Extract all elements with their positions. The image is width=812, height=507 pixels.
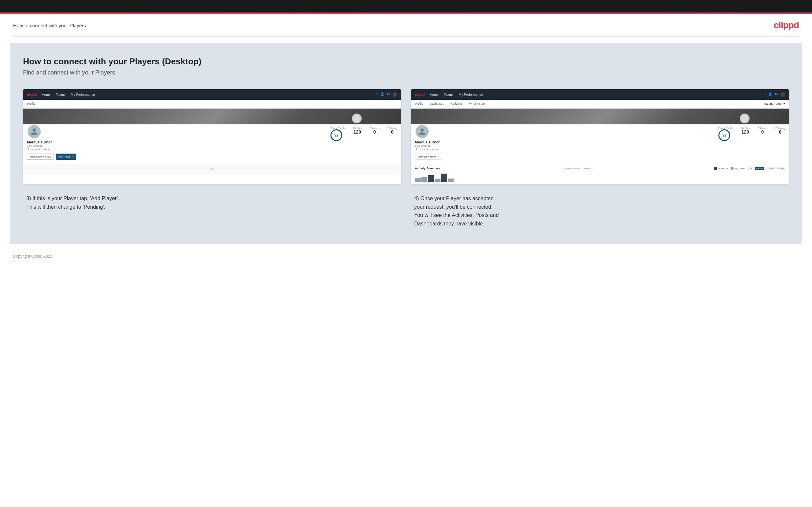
player-stats-2: Player Quality 92 Activities 129 Followe… bbox=[718, 127, 785, 141]
page-header: How to connect with your Players clippd bbox=[0, 14, 812, 37]
footer-copyright: Copyright Clippd 2022 bbox=[13, 254, 52, 259]
activity-filters: 1 yr 6 mths 3 mths 1 mth bbox=[747, 167, 785, 170]
legend-dot-oncourse bbox=[714, 167, 717, 170]
description-text-right: 4) Once your Player has accepted your re… bbox=[414, 194, 786, 228]
following-stat-2: Following 0 bbox=[775, 127, 785, 134]
request-follow-button[interactable]: Request to Follow bbox=[27, 154, 54, 160]
user-icon-2: 👤 bbox=[768, 92, 772, 97]
mock-navbar-2: clippd Home Teams My Performance ⌕ 👤 ⚙ bbox=[411, 89, 789, 100]
filter-1yr[interactable]: 1 yr bbox=[747, 167, 754, 170]
legend-offcourse: Off course bbox=[731, 167, 745, 170]
mock-nav-home-1: Home bbox=[42, 93, 51, 97]
search-icon-1: ⌕ bbox=[376, 92, 378, 97]
followers-stat-2: Followers 0 bbox=[757, 127, 767, 134]
user-icon-1: 👤 bbox=[380, 92, 384, 97]
player-quality-stat-2: Player Quality 92 bbox=[718, 127, 733, 141]
player-avatar-1 bbox=[27, 124, 41, 139]
avatar-icon-2 bbox=[418, 128, 426, 135]
scissors-area: ✂ bbox=[23, 164, 401, 174]
mock-nav-home-2: Home bbox=[429, 93, 439, 97]
player-location-1: 📍 United Kingdom bbox=[27, 148, 397, 151]
activity-summary: Activity Summary Monthly Activity - 6 Mo… bbox=[411, 164, 789, 184]
mock-tabs-1: Profile bbox=[23, 100, 401, 109]
chart-bar-2 bbox=[421, 177, 427, 182]
mock-tab-activities-2[interactable]: Activities bbox=[451, 100, 463, 108]
screenshot-1: clippd Home Teams My Performance ⌕ 👤 ⚙ P… bbox=[23, 89, 401, 184]
screenshot-2: clippd Home Teams My Performance ⌕ 👤 ⚙ P… bbox=[411, 89, 789, 184]
page-header-title: How to connect with your Players bbox=[13, 23, 86, 28]
legend-dot-offcourse bbox=[731, 167, 733, 170]
footer: Copyright Clippd 2022 bbox=[0, 251, 812, 262]
top-bar bbox=[0, 0, 812, 12]
quality-circle-1: 92 bbox=[331, 129, 342, 141]
main-title: How to connect with your Players (Deskto… bbox=[23, 56, 789, 67]
mock-tabs-2: Profile Dashboard Activities What To On … bbox=[411, 100, 789, 109]
screenshots-row: clippd Home Teams My Performance ⌕ 👤 ⚙ P… bbox=[23, 89, 789, 184]
player-buttons-2: Remove Player ✕ bbox=[415, 154, 785, 160]
mock-tab-profile-2[interactable]: Profile bbox=[415, 100, 423, 108]
mock-nav-teams-2: Teams bbox=[444, 93, 453, 97]
player-handicap-2: 1-5 Handicap bbox=[415, 144, 785, 148]
settings-icon-1: ⚙ bbox=[387, 92, 390, 97]
followers-stat-1: Followers 0 bbox=[369, 127, 379, 134]
description-text-left: 3) If this is your Player tap, 'Add Play… bbox=[26, 194, 398, 211]
description-left: 3) If this is your Player tap, 'Add Play… bbox=[23, 194, 401, 228]
chart-bar-1 bbox=[415, 178, 421, 182]
filter-3mths[interactable]: 3 mths bbox=[766, 167, 775, 170]
mock-tab-profile-1[interactable]: Profile bbox=[27, 100, 36, 108]
player-buttons-1: Request to Follow Add Player + bbox=[27, 154, 397, 160]
mock-nav-teams-1: Teams bbox=[56, 93, 65, 97]
player-handicap-1: 1-5 Handicap bbox=[27, 144, 397, 148]
player-stats-1: Player Quality 92 Activities 129 Followe… bbox=[331, 127, 397, 141]
mock-logo-2: clippd bbox=[415, 93, 424, 97]
mock-profile-2: Marcus Turner 1-5 Handicap 📍 United King… bbox=[411, 124, 789, 164]
avatar-icon-1 bbox=[30, 128, 38, 135]
player-quality-stat-1: Player Quality 92 bbox=[331, 127, 345, 141]
chart-bar-5 bbox=[441, 174, 447, 182]
filter-1mth[interactable]: 1 mth bbox=[776, 167, 785, 170]
player-avatar-2 bbox=[415, 124, 429, 139]
activities-stat-1: Activities 129 bbox=[353, 127, 362, 134]
mock-tab-dashboard-2[interactable]: Dashboard bbox=[430, 100, 445, 108]
location-icon-1: 📍 bbox=[27, 148, 30, 151]
activity-period: Monthly Activity - 6 Months bbox=[561, 167, 593, 170]
player-location-2: 📍 United Kingdom bbox=[415, 148, 785, 151]
mock-tab-whattoon-2[interactable]: What To On bbox=[469, 100, 485, 108]
clippd-logo: clippd bbox=[774, 20, 799, 31]
following-stat-1: Following 0 bbox=[387, 127, 397, 134]
add-player-button[interactable]: Add Player + bbox=[56, 154, 76, 160]
main-subtitle: Find and connect with your Players bbox=[23, 69, 789, 76]
settings-icon-2: ⚙ bbox=[775, 92, 778, 97]
mock-nav-performance-1: My Performance bbox=[71, 93, 95, 97]
header-divider bbox=[13, 37, 799, 37]
legend-oncourse: On course bbox=[714, 167, 728, 170]
activity-chart bbox=[415, 172, 785, 182]
chart-bar-4 bbox=[435, 179, 441, 182]
location-icon-2: 📍 bbox=[415, 148, 418, 151]
mock-nav-performance-2: My Performance bbox=[459, 93, 483, 97]
mock-navbar-1: clippd Home Teams My Performance ⌕ 👤 ⚙ bbox=[23, 89, 401, 100]
mock-nav-icons-1: ⌕ 👤 ⚙ bbox=[376, 92, 397, 97]
activity-legend: On course Off course bbox=[714, 167, 744, 170]
mock-profile-1: Marcus Turner 1-5 Handicap 📍 United King… bbox=[23, 124, 401, 164]
description-right: 4) Once your Player has accepted your re… bbox=[411, 194, 789, 228]
flag-icon-1 bbox=[393, 92, 397, 97]
activity-controls: On course Off course 1 yr 6 mths 3 mths bbox=[714, 167, 785, 170]
close-icon: ✕ bbox=[437, 155, 439, 158]
mock-user-dropdown-2[interactable]: Marcus Turner ▾ bbox=[763, 100, 785, 108]
search-icon-2: ⌕ bbox=[764, 92, 766, 97]
activities-stat-2: Activities 129 bbox=[741, 127, 750, 134]
remove-player-button[interactable]: Remove Player ✕ bbox=[415, 154, 442, 160]
chart-bar-6 bbox=[448, 178, 454, 182]
descriptions-row: 3) If this is your Player tap, 'Add Play… bbox=[23, 194, 789, 228]
filter-6mths[interactable]: 6 mths bbox=[755, 167, 764, 170]
flag-icon-2 bbox=[780, 92, 785, 97]
mock-logo-1: clippd bbox=[27, 93, 37, 97]
activity-header: Activity Summary Monthly Activity - 6 Mo… bbox=[415, 167, 785, 170]
scissors-icon: ✂ bbox=[210, 166, 214, 172]
main-content: How to connect with your Players (Deskto… bbox=[10, 43, 802, 244]
activity-title: Activity Summary bbox=[415, 167, 440, 170]
quality-circle-2: 92 bbox=[718, 129, 730, 141]
chart-bar-3 bbox=[428, 175, 434, 182]
mock-nav-icons-2: ⌕ 👤 ⚙ bbox=[764, 92, 785, 97]
